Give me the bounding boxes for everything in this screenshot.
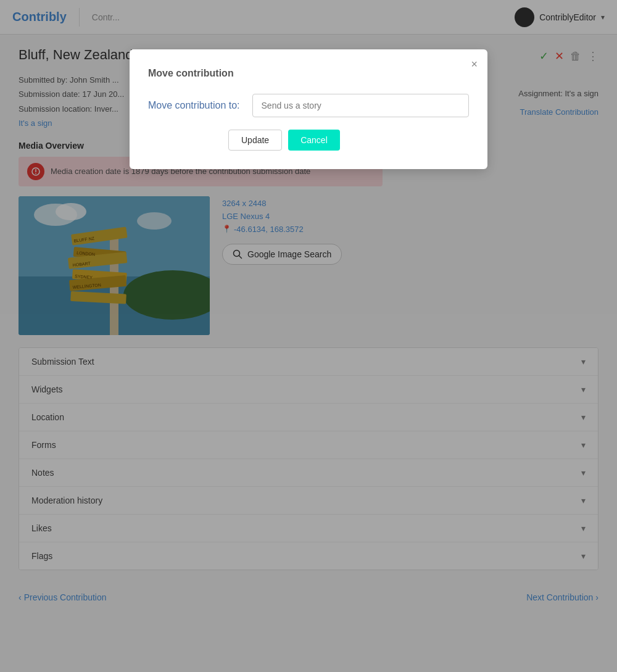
cancel-button[interactable]: Cancel: [288, 130, 340, 151]
update-button[interactable]: Update: [228, 130, 282, 151]
move-contribution-input[interactable]: [252, 94, 469, 117]
modal-actions: Update Cancel: [228, 130, 469, 151]
modal-overlay: Move contribution × Move contribution to…: [0, 0, 617, 672]
move-contribution-modal: Move contribution × Move contribution to…: [130, 49, 487, 169]
modal-title: Move contribution: [148, 68, 469, 79]
modal-body: Move contribution to:: [148, 94, 469, 117]
modal-label: Move contribution to:: [148, 94, 240, 111]
modal-close-button[interactable]: ×: [471, 58, 478, 71]
